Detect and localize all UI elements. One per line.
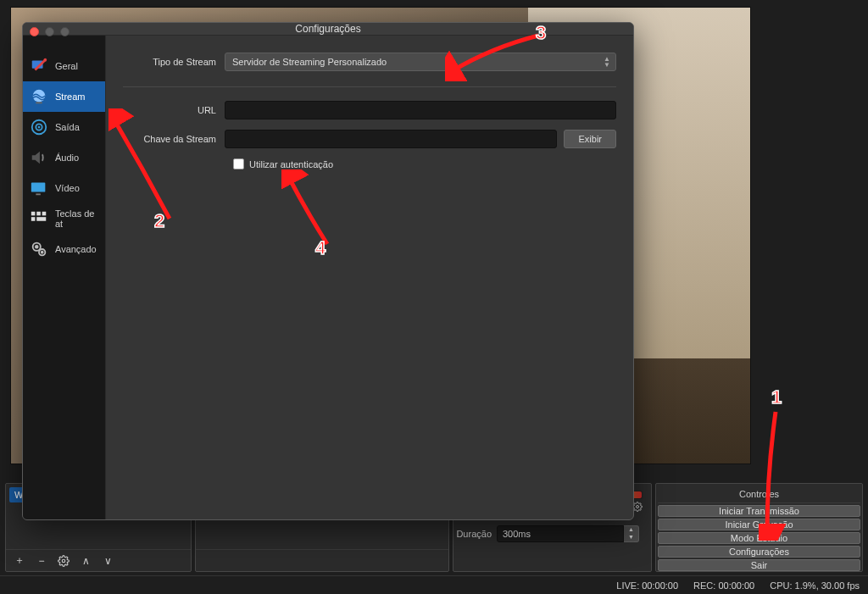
audio-icon [30,148,48,167]
svg-point-18 [36,246,38,248]
add-icon[interactable]: ＋ [11,552,28,569]
sidebar-item-video[interactable]: Vídeo [23,173,105,203]
sidebar-item-avancado[interactable]: Avançado [23,234,105,264]
duration-spinner[interactable]: ▲▼ [497,525,639,542]
stream-type-dropdown[interactable]: Servidor de Streaming Personalizado ▲▼ [225,53,616,71]
transition-row: Duração ▲▼ [449,522,646,546]
start-stream-button[interactable]: Iniciar Transmissão [658,505,860,517]
modal-title: Configurações [295,23,360,35]
scenes-toolbar: ＋ − ∧ ∨ [6,549,191,571]
stream-icon [30,87,48,106]
start-record-button[interactable]: Iniciar Gravação [658,519,860,530]
sidebar-item-saida[interactable]: Saída [23,112,105,142]
settings-button[interactable]: Configurações [658,546,860,558]
sidebar-item-geral[interactable]: Geral [23,51,105,81]
sidebar-label: Saída [55,122,80,132]
stream-key-input[interactable] [225,130,557,148]
remove-icon[interactable]: − [33,552,50,569]
svg-point-1 [637,506,639,508]
svg-rect-12 [36,212,41,216]
svg-point-3 [44,58,47,62]
output-icon [30,118,48,136]
svg-rect-13 [42,212,47,216]
dropdown-value: Servidor de Streaming Personalizado [232,57,387,67]
svg-point-19 [42,252,43,253]
exit-button[interactable]: Sair [658,559,860,571]
general-icon [30,57,48,75]
sidebar-label: Vídeo [55,183,80,193]
advanced-icon [30,240,48,258]
status-cpu: CPU: 1.9%, 30.00 fps [770,580,860,591]
video-icon [30,179,48,197]
maximize-icon[interactable] [60,27,70,36]
sidebar-label: Geral [55,61,78,71]
settings-sidebar: Geral Stream Saída [23,36,106,520]
url-input[interactable] [225,101,616,119]
settings-modal: Configurações Geral Stream [22,22,634,520]
spin-down-icon[interactable]: ▼ [624,534,638,541]
svg-rect-15 [36,217,46,221]
separator [123,86,616,87]
hotkeys-icon [30,209,48,228]
url-label: URL [123,105,225,115]
svg-point-0 [62,559,65,563]
show-key-button[interactable]: Exibir [564,130,616,148]
svg-point-8 [38,126,41,129]
auth-checkbox[interactable] [233,158,244,169]
status-rec: REC: 00:00:00 [693,580,754,591]
stream-key-label: Chave da Stream [123,134,225,144]
sources-toolbar [196,549,448,571]
annotation-number-1: 1 [771,386,782,408]
auth-checkbox-label: Utilizar autenticação [249,159,333,169]
svg-rect-5 [36,102,42,103]
dropdown-arrows-icon: ▲▼ [604,56,610,68]
spin-up-icon[interactable]: ▲ [624,526,638,534]
svg-rect-9 [31,183,46,192]
modal-titlebar[interactable]: Configurações [23,23,633,36]
sidebar-label: Áudio [55,153,79,163]
status-live: LIVE: 00:00:00 [616,580,678,591]
svg-rect-11 [31,212,36,216]
sidebar-item-hotkeys[interactable]: Teclas de at [23,203,105,234]
sidebar-item-stream[interactable]: Stream [23,81,105,112]
duration-label: Duração [456,529,492,539]
svg-rect-14 [31,217,36,221]
sidebar-label: Stream [55,92,85,102]
stream-type-label: Tipo de Stream [123,57,225,67]
minimize-icon[interactable] [45,27,54,36]
close-icon[interactable] [30,27,39,36]
dock-controls: Controles Iniciar Transmissão Iniciar Gr… [655,483,863,572]
duration-input[interactable] [497,525,624,542]
sidebar-item-audio[interactable]: Áudio [23,142,105,173]
move-down-icon[interactable]: ∨ [99,552,116,569]
move-up-icon[interactable]: ∧ [77,552,94,569]
sidebar-label: Teclas de at [55,208,98,229]
gear-icon[interactable] [55,552,72,569]
svg-rect-10 [36,193,41,195]
controls-title: Controles [658,486,860,503]
settings-content: Tipo de Stream Servidor de Streaming Per… [106,36,633,520]
status-bar: LIVE: 00:00:00 REC: 00:00:00 CPU: 1.9%, … [0,575,868,594]
sidebar-label: Avançado [55,244,97,254]
studio-mode-button[interactable]: Modo Estúdio [658,532,860,544]
